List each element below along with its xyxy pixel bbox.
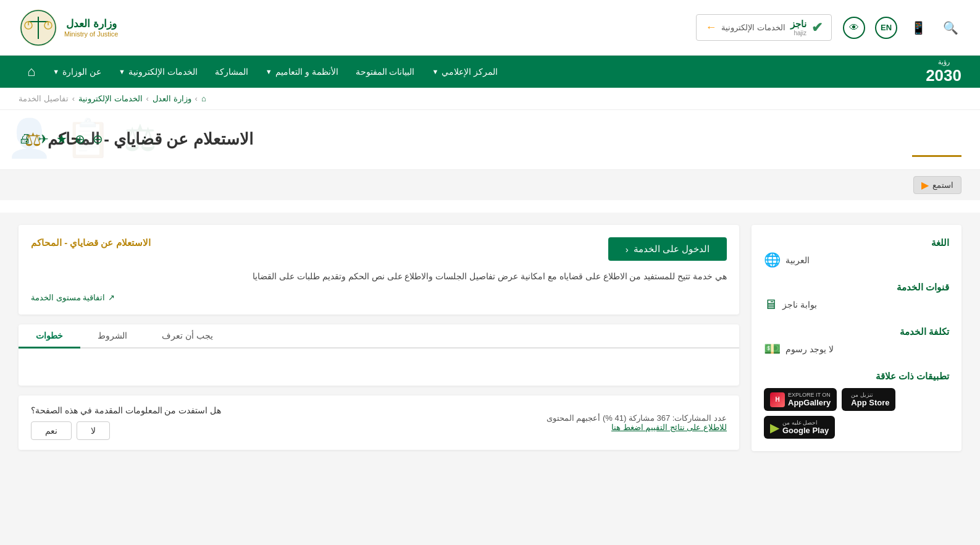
sidebar-channel-value: بوابة ناجز 🖥	[764, 297, 949, 313]
google-play-button[interactable]: ▶ احصل عليه من Google Play	[764, 416, 835, 439]
ministry-logo: وزارة العدل Ministry of Justice	[19, 8, 118, 48]
breadcrumb-ministry-link[interactable]: وزارة العدل	[153, 94, 191, 103]
decrease-font-icon[interactable]: ⊖	[93, 132, 103, 146]
chevron-left-icon: ‹	[626, 244, 629, 255]
vision-year: 2030	[926, 66, 961, 85]
increase-font-icon[interactable]: ⊕	[75, 132, 85, 146]
sidebar-cost: تكلفة الخدمة لا يوجد رسوم 💵	[764, 326, 949, 357]
top-icons: 🔍 📱 EN 👁	[843, 17, 961, 39]
chevron-down-icon: ▼	[52, 68, 59, 75]
favorite-icon[interactable]: ★	[56, 132, 67, 146]
search-icon[interactable]: 🔍	[939, 17, 961, 39]
participation-info: عدد المشاركات: 367 مشاركة (41 %) أعجبهم …	[547, 413, 727, 423]
nav-item-home[interactable]: ⌂	[19, 56, 44, 88]
app-store-button[interactable]: تنزيل من App Store	[842, 388, 895, 411]
tabs-card: خطوات الشروط يجب أن تعرف	[19, 324, 739, 386]
service-description: هي خدمة تتيح للمستفيد من الاطلاع على قضا…	[31, 269, 727, 284]
hajiz-services-label: الخدمات الإلكترونية	[721, 23, 785, 32]
desktop-icon: 🖥	[764, 297, 777, 313]
feedback-yes-button[interactable]: نعم	[31, 421, 72, 440]
sidebar-cost-value: لا يوجد رسوم 💵	[764, 341, 949, 357]
hajiz-brand-en: hajiz	[790, 30, 806, 36]
sidebar-language-value: العربية 🌐	[764, 252, 949, 268]
main-content: الدخول على الخدمة ‹ الاستعلام عن قضاياي …	[19, 225, 739, 545]
tab-conditions[interactable]: الشروط	[80, 324, 144, 349]
nav-item-media[interactable]: المركز الإعلامي ▼	[423, 56, 506, 88]
service-card-title: الاستعلام عن قضاياي - المحاكم	[31, 237, 151, 248]
gallery-store-icon: H	[770, 392, 785, 407]
tabs-bar: خطوات الشروط يجب أن تعرف	[19, 324, 739, 349]
gallery-line1: EXPLORE IT ON	[788, 392, 831, 398]
nav-item-participation[interactable]: المشاركة	[206, 56, 257, 88]
sidebar-language: اللغة العربية 🌐	[764, 237, 949, 268]
tab-content	[19, 349, 739, 386]
listen-label: استمع	[932, 180, 953, 190]
page-header: ⌂ › وزارة العدل › الخدمات الإلكترونية › …	[0, 88, 980, 213]
title-underline	[912, 155, 961, 157]
mobile-icon[interactable]: 📱	[907, 17, 929, 39]
ministry-arabic-name: وزارة العدل	[64, 17, 118, 30]
listen-button[interactable]: استمع ▶	[913, 176, 961, 194]
ministry-emblem	[19, 8, 58, 48]
accessibility-icon[interactable]: 👁	[843, 17, 865, 39]
android-icon: ▶	[770, 420, 779, 435]
related-apps-section: تطبيقات ذات علاقة H EXPLORE IT ON AppGal…	[764, 371, 949, 439]
vision-label: رؤية	[926, 58, 961, 66]
nav-item-ministry[interactable]: عن الوزارة ▼	[44, 56, 110, 88]
nav-menu: ⌂ عن الوزارة ▼ الخدمات الإلكترونية ▼ الم…	[19, 56, 506, 88]
hajiz-logo[interactable]: ✔ ناجز hajiz الخدمات الإلكترونية ←	[696, 14, 832, 41]
chevron-down-icon: ▼	[119, 68, 125, 75]
enter-service-button[interactable]: الدخول على الخدمة ‹	[608, 237, 727, 261]
left-sidebar: اللغة العربية 🌐 قنوات الخدمة بوابة ناجز …	[752, 225, 961, 545]
language-toggle-button[interactable]: EN	[875, 17, 897, 39]
breadcrumb-home-link[interactable]: ⌂	[201, 94, 206, 103]
chevron-down-icon: ▼	[432, 68, 438, 75]
appstore-line1: تنزيل من	[851, 392, 889, 398]
feedback-no-button[interactable]: لا	[77, 421, 110, 440]
nav-item-opendata[interactable]: البيانات المفتوحة	[347, 56, 424, 88]
feedback-buttons: لا نعم	[31, 421, 110, 440]
hajiz-brand-ar: ناجز	[790, 19, 806, 30]
check-icon: ✔	[811, 20, 823, 36]
page-title-section: ⚖ 📋 👤 الاستعلام عن قضاياي - المحاكم ⚖ ⊖ …	[0, 110, 980, 170]
tab-steps[interactable]: خطوات	[19, 324, 80, 349]
apps-label: تطبيقات ذات علاقة	[764, 371, 949, 382]
top-bar-left: 🔍 📱 EN 👁 ✔ ناجز hajiz الخدمات الإلكتروني…	[696, 14, 961, 41]
nav-item-eservices[interactable]: الخدمات الإلكترونية ▼	[110, 56, 206, 88]
gallery-line2: AppGallery	[788, 398, 831, 407]
service-card: الدخول على الخدمة ‹ الاستعلام عن قضاياي …	[19, 225, 739, 315]
service-card-header: الدخول على الخدمة ‹ الاستعلام عن قضاياي …	[31, 237, 727, 261]
app-gallery-button[interactable]: H EXPLORE IT ON AppGallery	[764, 388, 837, 411]
sidebar-channel: قنوات الخدمة بوابة ناجز 🖥	[764, 282, 949, 313]
googleplay-line2: Google Play	[782, 426, 829, 435]
breadcrumb-current: تفاصيل الخدمة	[19, 94, 69, 103]
sidebar-card: اللغة العربية 🌐 قنوات الخدمة بوابة ناجز …	[752, 225, 961, 451]
googleplay-line1: احصل عليه من	[782, 420, 829, 426]
sidebar-language-label: اللغة	[764, 237, 949, 248]
nav-item-regulations[interactable]: الأنظمة و التعاميم ▼	[257, 56, 347, 88]
share-icon[interactable]: ✈	[38, 132, 49, 146]
arrow-icon: ←	[705, 21, 716, 34]
chevron-down-icon: ▼	[266, 68, 272, 75]
feedback-question: هل استفدت من المعلومات المقدمة في هذه ال…	[31, 405, 221, 415]
breadcrumb: ⌂ › وزارة العدل › الخدمات الإلكترونية › …	[0, 88, 980, 110]
external-link-icon: ↗	[108, 293, 115, 302]
money-icon: 💵	[764, 341, 781, 357]
sla-link[interactable]: ↗ اتفاقية مستوى الخدمة	[31, 293, 727, 302]
play-icon: ▶	[921, 179, 929, 191]
nav-bar: رؤية 2030 ⌂ عن الوزارة ▼ الخدمات الإلكتر…	[0, 56, 980, 88]
tab-know[interactable]: يجب أن تعرف	[144, 324, 230, 349]
print-icon[interactable]: 🖨	[19, 132, 31, 146]
vision-logo: رؤية 2030	[926, 58, 961, 85]
breadcrumb-eservices-link[interactable]: الخدمات الإلكترونية	[78, 94, 143, 103]
sidebar-cost-label: تكلفة الخدمة	[764, 326, 949, 337]
content-area: اللغة العربية 🌐 قنوات الخدمة بوابة ناجز …	[0, 213, 980, 545]
appstore-line2: App Store	[851, 398, 889, 407]
feedback-row: عدد المشاركات: 367 مشاركة (41 %) أعجبهم …	[19, 395, 739, 450]
ministry-english-name: Ministry of Justice	[64, 30, 118, 38]
enter-service-label: الدخول على الخدمة	[634, 243, 710, 255]
view-results-link[interactable]: للاطلاع على نتائج التقييم اضغط هنا	[547, 423, 727, 432]
listen-bar: استمع ▶	[0, 170, 980, 200]
toolbar: ⊖ ⊕ ★ ✈ 🖨	[19, 132, 103, 146]
sidebar-channel-label: قنوات الخدمة	[764, 282, 949, 293]
